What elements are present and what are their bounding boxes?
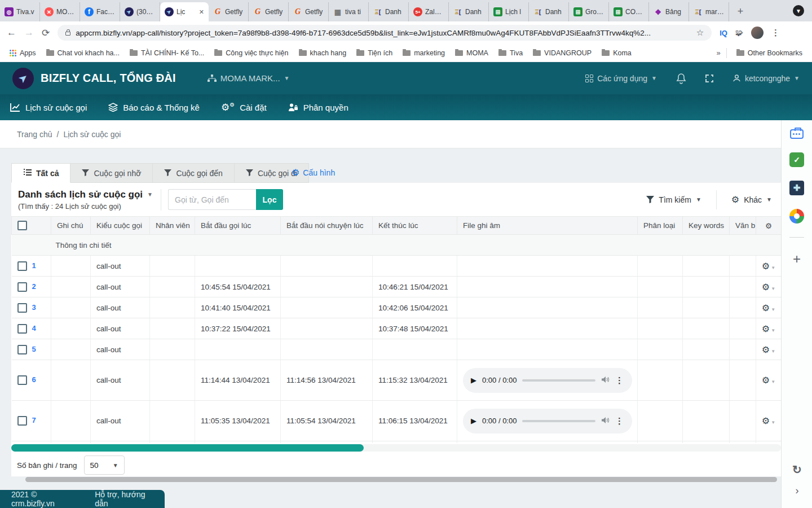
browser-tab[interactable]: GGetfly xyxy=(249,2,289,21)
list-title[interactable]: Danh sách lịch sử cuộc gọi▼ xyxy=(18,189,153,200)
audio-player[interactable]: ▶0:00 / 0:00⋮ xyxy=(463,368,632,393)
forward-icon[interactable]: → xyxy=(24,27,34,38)
bookmarks-overflow-icon[interactable]: » xyxy=(717,49,721,57)
add-extension-icon[interactable]: + xyxy=(793,251,801,267)
config-link[interactable]: ⚙ Cấu hình xyxy=(292,167,335,178)
bookmark-apps[interactable]: Apps xyxy=(6,47,40,59)
browser-tab[interactable]: GGetfly xyxy=(209,2,249,21)
row-number[interactable]: 4 xyxy=(32,324,36,332)
audio-progress-bar[interactable] xyxy=(522,379,595,382)
back-icon[interactable]: ← xyxy=(7,27,16,38)
select-all-checkbox[interactable] xyxy=(17,221,27,230)
table-hscrollbar-track[interactable] xyxy=(11,444,781,452)
row-checkbox[interactable] xyxy=(17,375,27,385)
nav-item-4[interactable]: Phân quyền xyxy=(288,103,348,112)
row-checkbox[interactable] xyxy=(17,416,27,426)
new-tab-button[interactable]: + xyxy=(732,3,748,19)
per-page-select[interactable]: 50 ▼ xyxy=(84,456,125,475)
browser-tab[interactable]: GGetfly xyxy=(289,2,329,21)
row-number[interactable]: 6 xyxy=(32,375,36,384)
row-settings-icon[interactable]: ⚙ xyxy=(762,345,770,354)
row-settings-icon[interactable]: ⚙ xyxy=(762,375,770,385)
table-hscrollbar-thumb[interactable] xyxy=(11,444,364,452)
browser-tab[interactable]: ⊞CONT xyxy=(609,2,649,21)
tab-tất-cả[interactable]: Tất cả xyxy=(11,163,70,183)
bookmark-folder[interactable]: VIDANGROUP xyxy=(529,47,595,59)
notification-bell-icon[interactable] xyxy=(676,73,686,84)
row-checkbox[interactable] xyxy=(17,303,27,313)
url-text[interactable]: appcrm.bizfly.vn/app-call/history?projec… xyxy=(76,29,691,37)
address-bar[interactable]: appcrm.bizfly.vn/app-call/history?projec… xyxy=(58,25,712,41)
row-number[interactable]: 5 xyxy=(32,345,36,353)
tab-cuộc-gọi-đến[interactable]: Cuộc gọi đến xyxy=(153,163,235,183)
browser-tab[interactable]: ➤(30) C xyxy=(120,2,160,21)
browser-profile-avatar[interactable] xyxy=(751,27,764,39)
volume-icon[interactable] xyxy=(601,417,610,426)
footer-support-link[interactable]: Hỗ trợ, hướng dẫn xyxy=(95,490,153,508)
fullscreen-icon[interactable] xyxy=(705,75,713,82)
row-settings-icon[interactable]: ⚙ xyxy=(762,303,770,313)
bookmark-folder[interactable]: Công việc thực hiện xyxy=(210,47,292,59)
breadcrumb-home[interactable]: Trang chủ xyxy=(17,130,52,139)
org-switcher[interactable]: MOMA MARK...▼ xyxy=(208,73,290,83)
browser-tab[interactable]: ❖Bảng xyxy=(649,2,689,21)
refresh-icon[interactable]: ↻ xyxy=(782,463,812,476)
search-dropdown[interactable]: Tìm kiếm▼ xyxy=(646,195,701,204)
phone-filter-input[interactable] xyxy=(168,189,256,210)
browser-tab[interactable]: fFaceb xyxy=(80,2,120,21)
row-settings-icon[interactable]: ⚙ xyxy=(762,261,770,271)
audio-progress-bar[interactable] xyxy=(522,420,595,422)
row-checkbox[interactable] xyxy=(17,324,27,334)
bookmark-folder[interactable]: TÀI CHÍNH- Kế To... xyxy=(126,47,208,59)
audio-menu-icon[interactable]: ⋮ xyxy=(615,375,624,386)
nav-item-2[interactable]: Báo cáo & Thống kê xyxy=(108,103,200,112)
row-checkbox[interactable] xyxy=(17,345,27,354)
audio-menu-icon[interactable]: ⋮ xyxy=(615,416,624,426)
reload-icon[interactable]: ⟳ xyxy=(42,27,50,39)
browser-tab[interactable]: Ξ[Danh xyxy=(369,2,409,21)
chevron-right-icon[interactable]: › xyxy=(782,485,812,497)
row-number[interactable]: 2 xyxy=(32,282,36,291)
nav-item-3[interactable]: ⚙⚙Cài đặt xyxy=(221,102,267,113)
navy-extension-icon[interactable]: ✚ xyxy=(789,181,804,195)
browser-menu-icon[interactable]: ⋮ xyxy=(771,28,780,38)
audio-player[interactable]: ▶0:00 / 0:00⋮ xyxy=(463,409,632,433)
bizfly-logo[interactable]: ➤ xyxy=(12,68,34,89)
volume-icon[interactable] xyxy=(601,376,610,385)
bookmark-folder[interactable]: khach hang xyxy=(295,47,351,59)
browser-tab[interactable]: ➤Lịc✕ xyxy=(160,2,209,21)
extensions-puzzle-icon[interactable]: 🧩︎ xyxy=(735,28,743,37)
bookmark-folder[interactable]: Tiện ích xyxy=(352,47,396,59)
browser-tab[interactable]: 5+Zalo V xyxy=(409,2,449,21)
user-menu[interactable]: ketcongnghe▼ xyxy=(732,74,800,83)
bookmark-folder[interactable]: Chat voi khach ha... xyxy=(42,47,123,59)
bookmark-folder[interactable]: MOMA xyxy=(451,47,492,59)
other-bookmarks[interactable]: Other Bookmarks xyxy=(732,47,806,59)
tab-cuộc-gọi-nhỡ[interactable]: Cuộc gọi nhỡ xyxy=(70,163,153,183)
play-icon[interactable]: ▶ xyxy=(471,417,476,425)
bookmark-folder[interactable]: Koma xyxy=(598,47,636,59)
row-checkbox[interactable] xyxy=(17,261,27,271)
green-extension-icon[interactable]: ✓ xyxy=(789,152,804,167)
browser-tab[interactable]: ✕MOMA xyxy=(40,2,80,21)
row-number[interactable]: 1 xyxy=(32,261,36,270)
nav-item-1[interactable]: Lịch sử cuộc gọi xyxy=(10,103,87,112)
close-tab-icon[interactable]: ✕ xyxy=(199,8,204,16)
bookmark-star-icon[interactable]: ☆ xyxy=(696,28,704,38)
more-dropdown[interactable]: ⚙ Khác▼ xyxy=(731,194,772,205)
bookmark-folder[interactable]: marketing xyxy=(399,47,449,59)
row-settings-icon[interactable]: ⚙ xyxy=(762,324,770,334)
row-settings-icon[interactable]: ⚙ xyxy=(762,416,770,426)
row-checkbox[interactable] xyxy=(17,282,27,292)
filter-button[interactable]: Lọc xyxy=(256,189,283,210)
browser-tab[interactable]: ⊞Group xyxy=(569,2,609,21)
row-number[interactable]: 7 xyxy=(32,416,36,424)
apps-menu-button[interactable]: Các ứng dụng▼ xyxy=(585,74,657,83)
browser-tab[interactable]: Ξ[Danh xyxy=(529,2,569,21)
row-settings-icon[interactable]: ⚙ xyxy=(762,282,770,292)
play-icon[interactable]: ▶ xyxy=(471,376,476,384)
iq-extension-icon[interactable]: IQ xyxy=(720,29,727,37)
browser-tab[interactable]: Ξ[Danh xyxy=(449,2,489,21)
row-number[interactable]: 3 xyxy=(32,303,36,312)
browser-tab[interactable]: ◎Tiva.v xyxy=(0,2,40,21)
